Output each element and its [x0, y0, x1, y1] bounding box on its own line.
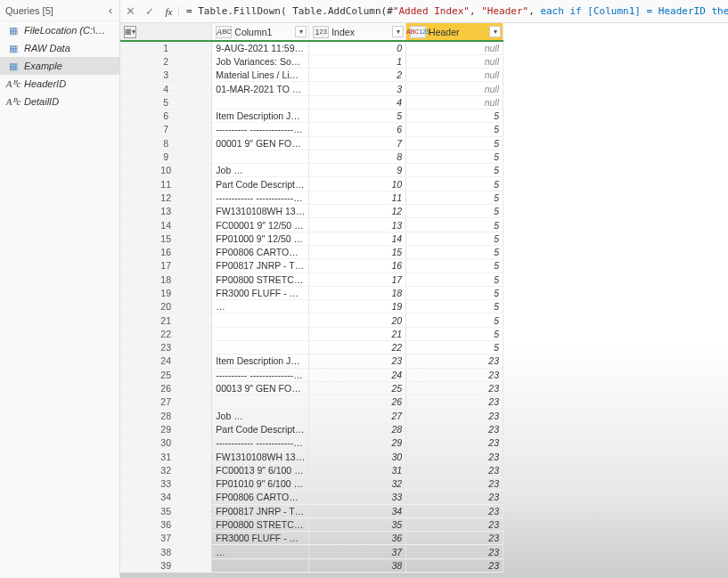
cell-header[interactable]: null	[406, 54, 503, 68]
cell-column1[interactable]: Material Lines / Li…	[212, 69, 309, 82]
row-number[interactable]: 16	[120, 245, 212, 258]
table-row[interactable]: 19-AUG-2021 11:59 ABC …0null	[120, 41, 503, 54]
cell-index[interactable]: 30	[309, 450, 406, 463]
cell-header[interactable]: 5	[406, 136, 503, 150]
cell-header[interactable]: 5	[406, 300, 503, 313]
fx-icon[interactable]: fx	[160, 6, 179, 17]
cell-index[interactable]: 10	[309, 177, 406, 191]
cell-header[interactable]: null	[406, 41, 503, 54]
cell-column1[interactable]: FP00800 STRETCH WRAP FOR AUTOMATI …	[212, 273, 309, 286]
cell-index[interactable]: 28	[309, 422, 406, 436]
cell-header[interactable]: 5	[406, 286, 503, 299]
table-row[interactable]: 10 Job …95	[120, 164, 503, 177]
cell-header[interactable]: null	[406, 82, 503, 95]
cell-index[interactable]: 29	[309, 436, 406, 450]
cell-column1[interactable]	[212, 327, 309, 340]
table-row[interactable]: 23225	[120, 341, 503, 354]
cell-index[interactable]: 6	[309, 123, 406, 136]
cell-column1[interactable]: Job …	[212, 164, 309, 177]
cell-header[interactable]: 23	[406, 491, 503, 504]
cell-column1[interactable]: ---------- ----------------------- -----…	[212, 123, 309, 136]
row-number[interactable]: 7	[120, 123, 212, 136]
table-row[interactable]: 15 FP01000 9" 12/50 NO NAME EA 1…145	[120, 232, 503, 245]
table-row[interactable]: 393823	[120, 558, 503, 572]
filter-button[interactable]: ▾	[295, 26, 307, 37]
cell-index[interactable]: 35	[309, 517, 406, 531]
query-item[interactable]: AᴮcDetailID	[0, 93, 119, 110]
row-number[interactable]: 34	[120, 491, 212, 504]
formula-cancel-button[interactable]: ✕	[120, 4, 140, 18]
cell-index[interactable]: 33	[309, 491, 406, 504]
cell-column1[interactable]: FP00800 STRETCH WRAP FOR AUTOMATI …	[212, 517, 309, 531]
cell-column1[interactable]: …	[212, 300, 309, 313]
cell-header[interactable]: 5	[406, 164, 503, 177]
cell-column1[interactable]	[212, 558, 309, 572]
cell-column1[interactable]: FW1310108WH 130.4 X 10.8 WHITE KG …	[212, 205, 309, 218]
cell-header[interactable]: 23	[406, 422, 503, 436]
row-number[interactable]: 19	[120, 286, 212, 299]
cell-header[interactable]: 5	[406, 218, 503, 232]
cell-column1[interactable]: 01-MAR-2021 TO 3…	[212, 82, 309, 95]
table-row[interactable]: 12 ------------ ----------------------- …	[120, 191, 503, 204]
cell-header[interactable]: 5	[406, 191, 503, 204]
row-number[interactable]: 27	[120, 395, 212, 409]
table-row[interactable]: 2600013 9" GEN FOAM PLATE 193305 000…252…	[120, 381, 503, 395]
row-number[interactable]: 13	[120, 205, 212, 218]
table-row[interactable]: 25---------- ----------------------- ---…	[120, 368, 503, 381]
table-row[interactable]: 35 FP00817 JNRP - TGR-4 48M WHITE EA …34…	[120, 504, 503, 517]
cell-index[interactable]: 19	[309, 300, 406, 313]
cell-column1[interactable]: 9-AUG-2021 11:59 ABC …	[212, 41, 309, 54]
row-number[interactable]: 6	[120, 109, 212, 122]
row-number[interactable]: 33	[120, 477, 212, 491]
column-header-header[interactable]: ABC123 Header ▾	[406, 23, 503, 41]
cell-index[interactable]: 21	[309, 327, 406, 340]
row-number[interactable]: 21	[120, 313, 212, 327]
cell-column1[interactable]: ------------ ----------------------- ---…	[212, 191, 309, 204]
cell-column1[interactable]: FP01010 9" 6/100 CT NO NAME LBL EA …	[212, 477, 309, 491]
column-header-index[interactable]: 123 Index ▾	[309, 23, 406, 41]
cell-index[interactable]: 14	[309, 232, 406, 245]
cell-column1[interactable]: …	[212, 545, 309, 558]
filter-button[interactable]: ▾	[392, 26, 404, 37]
table-row[interactable]: 18 FP00800 STRETCH WRAP FOR AUTOMATI …17…	[120, 273, 503, 286]
column-header-column1[interactable]: ABC Column1 ▾	[212, 23, 309, 41]
row-number[interactable]: 23	[120, 341, 212, 354]
filter-button[interactable]: ▾	[489, 26, 501, 37]
row-number[interactable]: 4	[120, 82, 212, 95]
cell-header[interactable]: 5	[406, 150, 503, 163]
table-row[interactable]: 985	[120, 150, 503, 163]
table-row[interactable]: 36 FP00800 STRETCH WRAP FOR AUTOMATI …35…	[120, 517, 503, 531]
cell-index[interactable]: 26	[309, 395, 406, 409]
cell-column1[interactable]	[212, 341, 309, 354]
cell-index[interactable]: 11	[309, 191, 406, 204]
table-row[interactable]: 2 Job Variances: Sound…1null	[120, 54, 503, 68]
table-row[interactable]: 20 …195	[120, 300, 503, 313]
cell-header[interactable]: 23	[406, 450, 503, 463]
cell-header[interactable]: 23	[406, 409, 503, 422]
cell-index[interactable]: 31	[309, 463, 406, 476]
cell-index[interactable]: 38	[309, 558, 406, 572]
cell-index[interactable]: 12	[309, 205, 406, 218]
cell-column1[interactable]: FR3000 FLUFF - OUTPUT KG 52…	[212, 532, 309, 545]
table-row[interactable]: 16 FP00806 CARTON TAPE (914m) MTR …155	[120, 245, 503, 258]
cell-column1[interactable]: FW1310108WH 130.4 X 10.8 WHITE KG …	[212, 450, 309, 463]
cell-header[interactable]: 23	[406, 558, 503, 572]
row-number[interactable]: 10	[120, 164, 212, 177]
row-number[interactable]: 32	[120, 463, 212, 476]
row-number[interactable]: 38	[120, 545, 212, 558]
query-item[interactable]: ▦FileLocation (C:\Users\lisde…	[0, 21, 119, 39]
table-row[interactable]: 6Item Description Job # Recipe55	[120, 109, 503, 122]
cell-column1[interactable]: FC00013 9" 6/100 CT. NO NAME LBL EA …	[212, 463, 309, 476]
cell-header[interactable]: 23	[406, 368, 503, 381]
cell-index[interactable]: 5	[309, 109, 406, 122]
cell-index[interactable]: 2	[309, 69, 406, 82]
cell-index[interactable]: 36	[309, 532, 406, 545]
cell-index[interactable]: 20	[309, 313, 406, 327]
cell-column1[interactable]: 00001 9" GEN FOAM PLATE 193309 000…	[212, 136, 309, 150]
type-icon-number[interactable]: 123	[313, 26, 329, 38]
row-number[interactable]: 12	[120, 191, 212, 204]
table-row[interactable]: 28 Job …2723	[120, 409, 503, 422]
row-number[interactable]: 20	[120, 300, 212, 313]
cell-index[interactable]: 27	[309, 409, 406, 422]
cell-header[interactable]: 23	[406, 381, 503, 395]
